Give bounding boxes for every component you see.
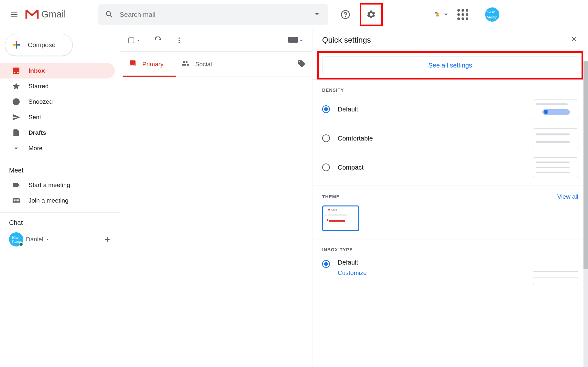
density-section-title: Density xyxy=(322,88,578,93)
divider xyxy=(9,250,110,250)
search-options-dropdown[interactable] xyxy=(312,9,321,20)
google-apps-button[interactable] xyxy=(457,7,472,22)
svg-text:@: @ xyxy=(435,12,437,14)
new-chat-button[interactable]: + xyxy=(105,234,110,245)
theme-thumbnail-default[interactable]: ≡MGmail + xyxy=(322,205,359,231)
apps-grid-icon xyxy=(457,9,472,20)
start-meeting-button[interactable]: Start a meeting xyxy=(0,177,115,193)
tab-primary[interactable]: Primary xyxy=(120,52,172,77)
settings-button[interactable] xyxy=(360,3,383,26)
sidebar-label: More xyxy=(28,145,42,152)
close-icon xyxy=(570,35,578,43)
file-icon xyxy=(12,129,20,137)
input-tools-button[interactable] xyxy=(288,37,304,44)
sidebar-item-drafts[interactable]: Drafts xyxy=(0,125,115,141)
tab-promotions[interactable] xyxy=(297,59,306,69)
chat-user-name[interactable]: Daniel xyxy=(26,236,50,243)
see-all-settings-button[interactable]: See all settings xyxy=(322,57,578,74)
meet-label: Join a meeting xyxy=(28,197,69,204)
search-bar[interactable] xyxy=(98,4,328,25)
meet-label: Start a meeting xyxy=(28,182,70,189)
tab-label: Primary xyxy=(142,61,163,68)
density-radio-default[interactable] xyxy=(322,105,330,113)
chat-section-title: Chat xyxy=(0,212,120,230)
account-switcher[interactable]: @ xyxy=(435,7,450,22)
arrow-drop-down-icon xyxy=(135,37,142,44)
inbox-icon xyxy=(12,67,20,75)
more-actions-button[interactable] xyxy=(175,37,183,44)
send-icon xyxy=(12,113,20,121)
close-quick-settings-button[interactable] xyxy=(570,35,578,45)
inbox-type-radio-default[interactable] xyxy=(322,260,330,268)
sidebar-label: Inbox xyxy=(28,67,45,74)
presence-indicator-icon xyxy=(19,242,23,246)
svg-point-1 xyxy=(345,16,346,17)
hamburger-icon xyxy=(10,10,18,19)
gmail-m-icon xyxy=(25,9,39,20)
people-icon xyxy=(181,59,189,67)
profile-avatar[interactable]: WiseStamp xyxy=(485,7,499,22)
density-label: Compact xyxy=(338,164,364,171)
select-all-checkbox[interactable] xyxy=(127,37,142,44)
svg-point-6 xyxy=(179,37,180,39)
help-icon xyxy=(341,10,350,19)
density-preview-default[interactable] xyxy=(533,99,578,119)
quick-settings-title: Quick settings xyxy=(322,36,371,45)
gmail-logo-text: Gmail xyxy=(41,9,66,20)
density-preview-compact[interactable] xyxy=(533,157,578,177)
sidebar-item-more[interactable]: More xyxy=(0,141,115,156)
meet-section-title: Meet xyxy=(0,160,120,177)
sidebar-item-sent[interactable]: Sent xyxy=(0,110,115,125)
svg-rect-5 xyxy=(129,38,134,43)
tag-icon xyxy=(297,59,306,68)
refresh-icon xyxy=(155,37,162,44)
svg-rect-9 xyxy=(288,37,298,43)
compose-button[interactable]: Compose xyxy=(5,34,73,56)
sidebar-label: Sent xyxy=(28,114,41,121)
sidebar-item-inbox[interactable]: Inbox xyxy=(0,63,115,79)
scrollbar[interactable] xyxy=(583,61,588,367)
sidebar-item-snoozed[interactable]: Snoozed xyxy=(0,94,115,110)
search-icon xyxy=(105,10,114,19)
search-input[interactable] xyxy=(120,11,312,18)
density-radio-compact[interactable] xyxy=(322,163,330,171)
density-label: Default xyxy=(338,106,358,113)
support-button[interactable] xyxy=(338,7,353,22)
gmail-logo[interactable]: Gmail xyxy=(25,9,66,20)
inbox-icon xyxy=(129,59,136,67)
sidebar-item-starred[interactable]: Starred xyxy=(0,79,115,94)
refresh-button[interactable] xyxy=(155,37,162,44)
sidebar-label: Starred xyxy=(28,83,49,90)
clock-icon xyxy=(12,98,20,106)
chat-avatar[interactable]: WiseStamp xyxy=(9,232,23,246)
chevron-down-icon xyxy=(45,236,50,242)
tab-label: Social xyxy=(195,61,212,68)
more-vert-icon xyxy=(175,37,183,44)
density-radio-comfortable[interactable] xyxy=(322,134,330,142)
see-all-settings-highlight: See all settings xyxy=(317,51,583,79)
inbox-type-section-title: Inbox type xyxy=(322,247,578,252)
star-icon xyxy=(12,82,20,90)
chevron-down-icon xyxy=(12,144,20,152)
inbox-customize-link[interactable]: Customize xyxy=(338,269,367,277)
keyboard-icon xyxy=(288,37,298,44)
join-meeting-button[interactable]: Join a meeting xyxy=(0,193,115,208)
arrow-drop-down-icon xyxy=(298,37,304,44)
keyboard-icon xyxy=(12,196,20,205)
video-icon xyxy=(12,181,20,189)
sidebar-label: Snoozed xyxy=(28,98,53,105)
density-preview-comfortable[interactable] xyxy=(533,128,578,148)
plus-multicolor-icon xyxy=(11,39,22,50)
inbox-type-preview-default[interactable] xyxy=(533,259,578,284)
user-badge-icon: @ xyxy=(435,10,440,19)
compose-label: Compose xyxy=(28,41,56,49)
sidebar-label: Drafts xyxy=(28,129,46,136)
svg-point-7 xyxy=(179,40,180,41)
gear-icon xyxy=(366,10,376,19)
tab-social[interactable]: Social xyxy=(172,52,221,77)
main-menu-button[interactable] xyxy=(6,7,22,22)
theme-section-title: Theme xyxy=(322,194,340,199)
chevron-down-icon xyxy=(441,10,450,19)
density-label: Comfortable xyxy=(338,135,373,142)
theme-view-all-link[interactable]: View all xyxy=(557,193,578,200)
